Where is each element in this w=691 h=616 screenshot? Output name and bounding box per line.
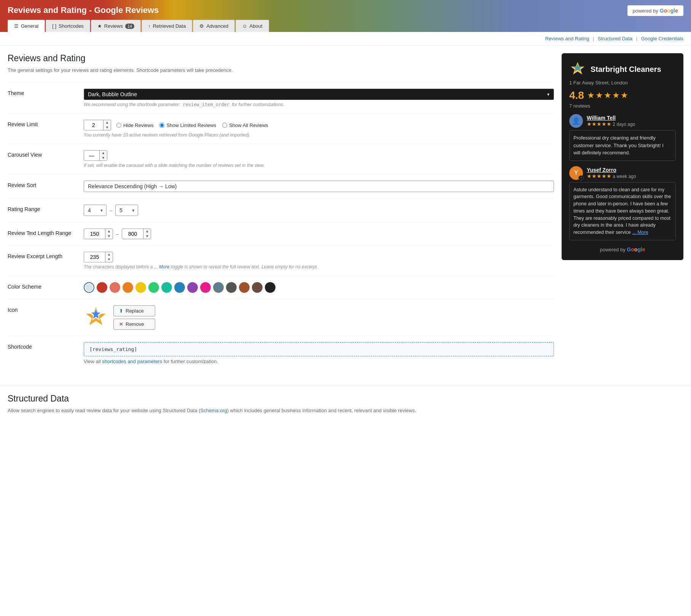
- preview-reviewer-2-info: Yusef Zorro ★★★★★ a week ago: [587, 167, 636, 179]
- rating-range-to[interactable]: 12345: [115, 205, 138, 216]
- color-scheme-control: [84, 282, 554, 293]
- carousel-input-wrap: ▲ ▼: [84, 150, 107, 161]
- preview-reviewer-1-name[interactable]: William Tell: [587, 115, 635, 121]
- show-limited-reviews-option[interactable]: Show Limited Reviews: [159, 122, 216, 128]
- color-swatch-5[interactable]: [148, 282, 159, 293]
- structured-data-desc-prefix: Allow search engines to easily read revi…: [8, 408, 201, 413]
- remove-icon-button[interactable]: ✕ Remove: [113, 319, 155, 330]
- review-limit-radio-group: Hide Reviews Show Limited Reviews Show A…: [116, 122, 268, 128]
- review-sort-select[interactable]: Relevance Descending (High → Low) Releva…: [84, 181, 554, 192]
- color-swatch-0[interactable]: [84, 282, 94, 293]
- color-swatch-2[interactable]: [110, 282, 120, 293]
- excerpt-length-label: Review Excerpt Length: [8, 252, 84, 259]
- icon-preview: [84, 305, 108, 330]
- preview-powered-by: powered by Google: [569, 246, 676, 252]
- theme-hint: We recommend using the shortcode paramet…: [84, 102, 554, 107]
- color-scheme-label: Color Scheme: [8, 282, 84, 290]
- review-sort-label: Review Sort: [8, 181, 84, 188]
- color-swatch-9[interactable]: [200, 282, 211, 293]
- excerpt-length-spinners: ▲ ▼: [105, 252, 113, 262]
- carousel-up[interactable]: ▲: [100, 151, 107, 156]
- excerpt-length-up[interactable]: ▲: [105, 252, 113, 257]
- rating-range-control: 12345 – 12345: [84, 205, 554, 216]
- replace-icon-button[interactable]: ⬆ Replace: [113, 305, 155, 316]
- excerpt-length-row: Review Excerpt Length ▲ ▼ The characters…: [8, 245, 554, 276]
- preview-review-1: 👤 William Tell ★★★★★ 2 days ago Professi…: [569, 114, 676, 161]
- show-all-reviews-label: Show All Reviews: [229, 122, 268, 128]
- excerpt-more-link[interactable]: ... More: [154, 264, 170, 270]
- excerpt-length-input[interactable]: [84, 252, 105, 262]
- excerpt-hint-prefix: The characters displayed before a: [84, 264, 154, 270]
- color-swatch-6[interactable]: [161, 282, 172, 293]
- rating-range-from[interactable]: 12345: [84, 205, 107, 216]
- reviews-badge: 14: [125, 24, 134, 29]
- google-logo: Google: [660, 8, 678, 14]
- tab-shortcodes[interactable]: [ ] Shortcodes: [46, 20, 90, 32]
- tab-retrieved-data[interactable]: ↑ Retrieved Data: [142, 20, 192, 32]
- icon-row: Icon: [8, 299, 554, 336]
- show-all-reviews-option[interactable]: Show All Reviews: [222, 122, 268, 128]
- preview-reviewer-2-stars: ★★★★★: [587, 173, 611, 179]
- breadcrumb-reviews-rating[interactable]: Reviews and Rating: [545, 36, 589, 41]
- excerpt-length-down[interactable]: ▼: [105, 257, 113, 262]
- color-swatch-13[interactable]: [252, 282, 263, 293]
- review-limit-input[interactable]: [84, 120, 103, 130]
- review-text-length-row: Review Text Length Range ▲ ▼ –: [8, 222, 554, 245]
- review-limit-hint: You currently have 10 active reviews ret…: [84, 132, 554, 138]
- shortcodes-and-parameters-link[interactable]: shortcodes and parameters: [102, 359, 162, 364]
- theme-select[interactable]: Dark, Bubble Outline Light, Clean Dark, …: [84, 89, 554, 100]
- text-length-to-down[interactable]: ▼: [143, 234, 151, 239]
- color-swatch-7[interactable]: [174, 282, 185, 293]
- color-swatch-3[interactable]: [123, 282, 133, 293]
- color-swatch-11[interactable]: [226, 282, 237, 293]
- tab-reviews[interactable]: ★ Reviews 14: [91, 20, 141, 32]
- shortcode-control: [reviews_rating] View all shortcodes and…: [84, 342, 554, 364]
- preview-address: 1 Far Away Street, London: [569, 80, 676, 86]
- text-length-from-down[interactable]: ▼: [105, 234, 113, 239]
- review-limit-control: ▲ ▼ Hide Reviews Show Limited Re: [84, 120, 554, 138]
- structured-data-title: Structured Data: [8, 394, 683, 404]
- review-limit-label: Review Limit: [8, 120, 84, 127]
- rating-range-separator: –: [110, 208, 112, 213]
- carousel-down[interactable]: ▼: [100, 156, 107, 160]
- review-limit-down[interactable]: ▼: [103, 125, 111, 130]
- color-swatch-12[interactable]: [239, 282, 250, 293]
- schema-org-link[interactable]: Schema.org: [201, 408, 227, 413]
- preview-reviewer-2-name[interactable]: Yusef Zorro: [587, 167, 636, 173]
- excerpt-length-input-wrap: ▲ ▼: [84, 252, 113, 262]
- preview-reviewer-2-time: a week ago: [613, 174, 636, 179]
- tab-about[interactable]: ☺ About: [236, 20, 269, 32]
- shortcode-hint-suffix: for further customization.: [162, 359, 218, 364]
- left-panel: Reviews and Rating The general settings …: [8, 53, 554, 370]
- color-swatch-14[interactable]: [265, 282, 275, 293]
- color-swatch-8[interactable]: [187, 282, 198, 293]
- color-swatch-10[interactable]: [213, 282, 224, 293]
- icon-section: ⬆ Replace ✕ Remove: [84, 305, 554, 330]
- about-icon: ☺: [242, 23, 247, 29]
- text-length-from-wrap: ▲ ▼: [84, 229, 113, 239]
- replace-label: Replace: [126, 308, 144, 314]
- color-swatch-1[interactable]: [97, 282, 107, 293]
- breadcrumb-structured-data[interactable]: Structured Data: [598, 36, 632, 41]
- page-header-title: Reviews and Rating - Google Reviews: [8, 5, 159, 15]
- show-all-reviews-radio[interactable]: [222, 123, 227, 128]
- preview-avatar-1: 👤: [569, 114, 583, 128]
- review-sort-select-wrapper: Relevance Descending (High → Low) Releva…: [84, 181, 554, 192]
- breadcrumb-google-credentials[interactable]: Google Credentials: [641, 36, 683, 41]
- preview-more-link[interactable]: ... More: [632, 230, 648, 235]
- tab-about-label: About: [250, 23, 263, 29]
- text-length-to-up[interactable]: ▲: [143, 229, 151, 234]
- text-length-from-up[interactable]: ▲: [105, 229, 113, 234]
- carousel-input[interactable]: [84, 151, 99, 160]
- color-swatch-4[interactable]: [135, 282, 146, 293]
- breadcrumb-sep-1: |: [593, 36, 594, 41]
- tab-general[interactable]: ☰ General: [8, 20, 45, 32]
- review-limit-up[interactable]: ▲: [103, 120, 111, 125]
- hide-reviews-radio[interactable]: [116, 123, 121, 128]
- excerpt-length-hint: The characters displayed before a ... Mo…: [84, 264, 554, 270]
- show-limited-reviews-radio[interactable]: [159, 123, 164, 128]
- tab-advanced[interactable]: ⚙ Advanced: [193, 20, 235, 32]
- text-length-to-input[interactable]: [122, 229, 143, 239]
- text-length-from-input[interactable]: [84, 229, 105, 239]
- hide-reviews-option[interactable]: Hide Reviews: [116, 122, 153, 128]
